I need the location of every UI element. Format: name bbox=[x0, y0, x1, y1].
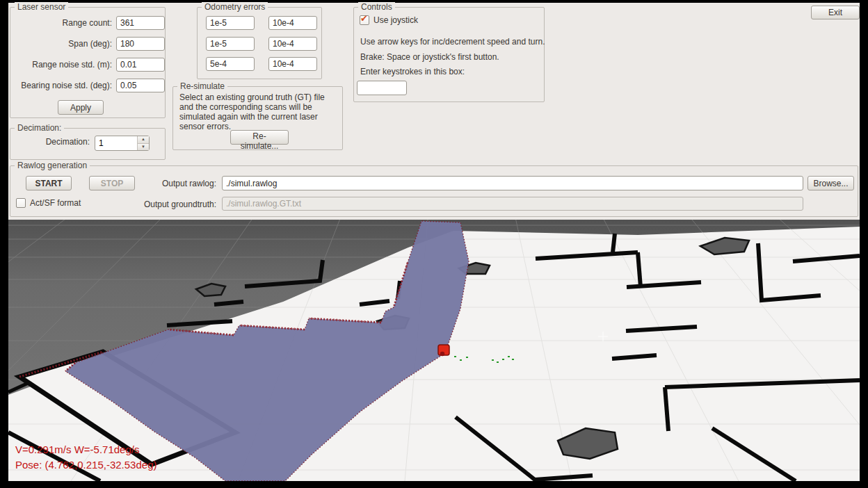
odometry-error-input-r1c2[interactable] bbox=[268, 16, 317, 30]
range-noise-label: Range noise std. (m): bbox=[16, 60, 112, 70]
resimulate-group-title: Re-simulate bbox=[177, 81, 227, 91]
start-button[interactable]: START bbox=[26, 176, 72, 190]
use-joystick-checkbox[interactable]: ✔ bbox=[360, 15, 369, 25]
apply-button[interactable]: Apply bbox=[58, 100, 104, 115]
check-icon: ✔ bbox=[360, 14, 368, 24]
resimulate-group: Re-simulate Select an existing ground tr… bbox=[172, 86, 343, 150]
top-control-panel: Laser sensor Range count: Span (deg): Ra… bbox=[8, 3, 860, 220]
controls-group: Controls ✔ Use joystick Use arrow keys f… bbox=[353, 7, 545, 102]
output-rawlog-input[interactable] bbox=[222, 176, 803, 190]
hud-pose-text: Pose: (4.762,0.215,-32.53deg) bbox=[15, 459, 156, 471]
decimation-label: Decimation: bbox=[16, 137, 90, 147]
span-label: Span (deg): bbox=[16, 39, 112, 49]
range-noise-input[interactable] bbox=[116, 58, 165, 72]
3d-scene: V=0.291m/s W=-5.71deg/s Pose: (4.762,0.2… bbox=[8, 220, 860, 481]
bearing-noise-input[interactable] bbox=[116, 79, 165, 92]
output-groundtruth-label: Output groundtruth: bbox=[115, 200, 216, 209]
3d-viewport[interactable]: V=0.291m/s W=-5.71deg/s Pose: (4.762,0.2… bbox=[8, 220, 860, 481]
span-input[interactable] bbox=[116, 37, 165, 51]
odometry-errors-group-title: Odometry errors bbox=[202, 2, 268, 12]
app-root: { "icons": { "check": "✔", "spin_up": "▲… bbox=[0, 0, 868, 488]
use-joystick-row[interactable]: ✔ Use joystick bbox=[360, 15, 418, 25]
browse-button[interactable]: Browse... bbox=[807, 176, 854, 190]
odometry-error-input-r1c1[interactable] bbox=[206, 16, 255, 30]
hud-velocity-text: V=0.291m/s W=-5.71deg/s bbox=[15, 444, 139, 455]
resimulate-button[interactable]: Re-simulate... bbox=[230, 130, 289, 145]
use-joystick-label: Use joystick bbox=[373, 15, 418, 25]
odometry-error-input-r3c2[interactable] bbox=[268, 57, 317, 71]
actsf-format-checkbox[interactable] bbox=[16, 198, 26, 208]
decimation-group-title: Decimation: bbox=[15, 123, 64, 133]
controls-help-line3: Enter keystrokes in this box: bbox=[360, 67, 465, 76]
odometry-error-input-r2c1[interactable] bbox=[206, 37, 255, 51]
decimation-group: Decimation: Decimation: ▲ ▼ bbox=[10, 128, 166, 160]
range-count-label: Range count: bbox=[16, 18, 112, 28]
controls-help-line2: Brake: Space or joystick's first button. bbox=[360, 52, 499, 62]
simulator-window: Laser sensor Range count: Span (deg): Ra… bbox=[8, 3, 860, 481]
chevron-up-icon[interactable]: ▲ bbox=[138, 136, 149, 144]
decimation-input[interactable] bbox=[95, 136, 137, 150]
output-rawlog-label: Output rawlog: bbox=[115, 179, 216, 188]
chevron-down-icon[interactable]: ▼ bbox=[138, 144, 149, 151]
controls-group-title: Controls bbox=[358, 2, 395, 12]
controls-help-line1: Use arrow keys for inc/decrement speed a… bbox=[360, 37, 545, 47]
odometry-error-input-r2c2[interactable] bbox=[268, 37, 317, 51]
rawlog-generation-group-title: Rawlog generation bbox=[15, 161, 90, 170]
decimation-stepper[interactable]: ▲ ▼ bbox=[95, 136, 150, 151]
laser-sensor-group: Laser sensor Range count: Span (deg): Ra… bbox=[10, 7, 166, 118]
exit-button[interactable]: Exit bbox=[811, 6, 860, 19]
odometry-error-input-r3c1[interactable] bbox=[206, 57, 255, 71]
robot-marker bbox=[438, 345, 449, 356]
resimulate-description: Select an existing ground truth (GT) fil… bbox=[179, 92, 338, 131]
bearing-noise-label: Bearing noise std. (deg): bbox=[16, 81, 112, 90]
laser-sensor-group-title: Laser sensor bbox=[15, 2, 68, 12]
actsf-format-label: Act/SF format bbox=[30, 198, 81, 208]
output-groundtruth-input bbox=[222, 197, 803, 211]
odometry-errors-group: Odometry errors bbox=[197, 7, 322, 79]
rawlog-generation-group: Rawlog generation START STOP Output rawl… bbox=[10, 165, 858, 217]
actsf-format-row[interactable]: Act/SF format bbox=[16, 198, 81, 208]
range-count-input[interactable] bbox=[116, 16, 165, 30]
keystroke-input[interactable] bbox=[357, 81, 407, 95]
